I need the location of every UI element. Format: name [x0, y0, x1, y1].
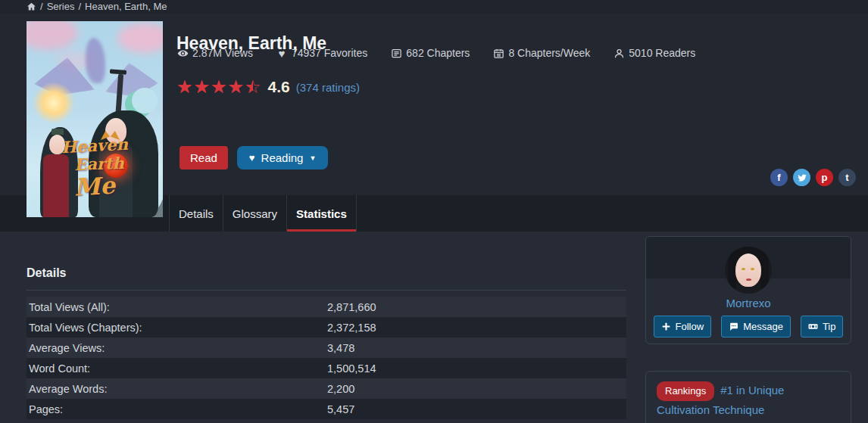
- home-link[interactable]: [27, 2, 36, 11]
- facebook-icon: f: [777, 172, 780, 183]
- twitter-icon: [798, 173, 807, 182]
- ratings-count-link[interactable]: (374 ratings): [296, 81, 360, 94]
- facebook-share-button[interactable]: f: [770, 169, 788, 186]
- table-row: Pages: 5,457: [27, 399, 626, 419]
- table-row: Total Views (Chapters): 2,372,158: [27, 317, 626, 337]
- message-button[interactable]: Message: [721, 316, 791, 337]
- readers-icon: [613, 47, 625, 59]
- stat-readers: 5010 Readers: [613, 47, 695, 59]
- author-avatar[interactable]: [725, 247, 772, 294]
- stat-row-label: Total Views (Chapters):: [29, 322, 327, 334]
- reading-label: Reading: [261, 151, 304, 164]
- cover-art-crown: [52, 129, 64, 135]
- tab-details[interactable]: Details: [169, 195, 223, 232]
- table-row: Word Count: 1,500,514: [27, 358, 626, 378]
- stat-label: 682 Chapters: [406, 47, 470, 59]
- statistics-panel: Details Total Views (All): 2,871,660 Tot…: [0, 232, 868, 423]
- eye-icon: [176, 47, 189, 59]
- rankings-card: Rankings#1 in Unique Cultivation Techniq…: [645, 371, 851, 423]
- avatar-face: [735, 253, 761, 287]
- stat-views: 2.87M Views: [176, 47, 253, 59]
- avatar-eye: [742, 268, 745, 270]
- tab-label: Details: [179, 207, 214, 220]
- home-icon: [27, 2, 36, 11]
- star-rating-widget[interactable]: ☆☆☆☆☆ ★★★★★: [176, 78, 262, 96]
- stat-row-label: Average Words:: [29, 383, 327, 395]
- heart-icon: ♥: [276, 47, 288, 59]
- tab-label: Glossary: [233, 207, 277, 220]
- cover-art-cloud: [27, 21, 78, 50]
- read-button[interactable]: Read: [180, 146, 228, 170]
- cover-art-cloud: [117, 23, 163, 53]
- tumblr-icon: t: [845, 172, 848, 183]
- message-label: Message: [743, 321, 783, 332]
- tab-label: Statistics: [296, 207, 347, 220]
- cover-art-dragon: [86, 38, 105, 83]
- plus-icon: [661, 322, 671, 331]
- stat-label: 74937 Favorites: [292, 47, 367, 59]
- chevron-down-icon: ▼: [309, 154, 316, 162]
- social-share-buttons: f p t: [770, 169, 856, 186]
- stat-label: 5010 Readers: [629, 47, 695, 59]
- action-buttons: Read ♥ Reading ▼: [180, 146, 328, 170]
- breadcrumb: / Series / Heaven, Earth, Me: [27, 1, 167, 12]
- calendar-icon: [492, 47, 504, 59]
- series-stats: 2.87M Views ♥ 74937 Favorites 682 Chapte…: [176, 47, 695, 59]
- cover-image: Heaven Earth Me: [27, 21, 163, 217]
- tip-button[interactable]: Tip: [801, 316, 844, 337]
- pinterest-share-button[interactable]: p: [816, 169, 833, 186]
- breadcrumb-separator: /: [78, 1, 81, 12]
- breadcrumb-separator: /: [40, 1, 43, 12]
- stat-row-value: 2,372,158: [327, 322, 376, 334]
- heart-icon: ♥: [249, 152, 255, 163]
- stat-row-label: Total Views (All):: [29, 301, 327, 313]
- rating-block: ☆☆☆☆☆ ★★★★★ 4.6 (374 ratings): [176, 78, 360, 96]
- breadcrumb-series-link[interactable]: Series: [47, 1, 75, 12]
- banknote-icon: [808, 322, 818, 331]
- stat-label: 8 Chapters/Week: [508, 47, 590, 59]
- cover-art-sun: [33, 82, 75, 124]
- stat-chapters-week: 8 Chapters/Week: [492, 47, 590, 59]
- tip-label: Tip: [823, 321, 836, 332]
- rankings-badge: Rankings: [657, 381, 714, 401]
- details-section-heading: Details: [27, 266, 626, 291]
- tab-statistics[interactable]: Statistics: [287, 195, 357, 232]
- stars-fill: ★★★★★: [176, 78, 253, 96]
- stat-row-value: 2,871,660: [327, 301, 376, 313]
- stat-row-value: 2,200: [327, 383, 354, 395]
- author-action-buttons: Follow Message Tip: [646, 316, 851, 337]
- stat-row-value: 1,500,514: [327, 362, 376, 375]
- stat-label: 2.87M Views: [192, 47, 253, 59]
- stat-favorites: ♥ 74937 Favorites: [276, 47, 367, 59]
- stat-row-value: 5,457: [327, 403, 354, 415]
- avatar-eye: [751, 268, 754, 270]
- details-stats-table: Total Views (All): 2,871,660 Total Views…: [27, 297, 626, 419]
- stat-row-label: Average Views:: [29, 342, 327, 354]
- table-row: Average Views: 3,478: [27, 337, 626, 358]
- stat-row-value: 3,478: [327, 342, 354, 354]
- chapters-icon: [390, 47, 402, 59]
- follow-label: Follow: [676, 321, 704, 332]
- series-page: / Series / Heaven, Earth, Me Heaven, Ear…: [0, 0, 868, 423]
- author-name-link[interactable]: Mortrexo: [646, 297, 851, 309]
- breadcrumb-current: Heaven, Earth, Me: [85, 1, 167, 12]
- rating-score: 4.6: [268, 78, 290, 96]
- ranking-entry: Rankings#1 in Unique Cultivation Techniq…: [657, 381, 840, 418]
- stat-chapters: 682 Chapters: [390, 47, 470, 59]
- stat-row-label: Word Count:: [29, 362, 327, 375]
- tab-glossary[interactable]: Glossary: [223, 195, 287, 232]
- table-row: Average Words: 2,200: [27, 378, 626, 399]
- table-row: Total Views (All): 2,871,660: [27, 297, 626, 317]
- reading-list-dropdown-button[interactable]: ♥ Reading ▼: [237, 146, 329, 170]
- tumblr-share-button[interactable]: t: [838, 169, 856, 186]
- author-card: Mortrexo Follow Message Tip: [645, 236, 851, 344]
- avatar-lips: [746, 278, 751, 281]
- pinterest-icon: p: [822, 172, 828, 183]
- stat-row-label: Pages:: [29, 403, 327, 415]
- message-bubble-icon: [729, 322, 738, 331]
- twitter-share-button[interactable]: [793, 169, 810, 186]
- follow-button[interactable]: Follow: [654, 316, 712, 337]
